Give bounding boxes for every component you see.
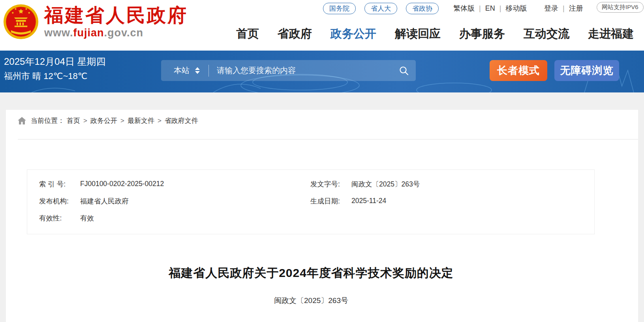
- breadcrumb-government-affairs[interactable]: 政务公开: [90, 116, 117, 125]
- search-button[interactable]: [392, 60, 416, 81]
- quick-links: 国务院 省人大 省政协: [323, 3, 447, 14]
- language-links: 繁体版 | EN | 移动版: [453, 4, 527, 13]
- doc-info-right-column: 发文字号: 闽政文〔2025〕263号 生成日期: 2025-11-24: [310, 175, 594, 234]
- document-number-value: 闽政文〔2025〕263号: [351, 179, 420, 189]
- content-card: 当前位置： 首页 > 政务公开 > 最新文件 > 省政府文件 索 引 号: FJ…: [6, 110, 638, 322]
- current-date: 2025年12月04日 星期四: [4, 55, 105, 68]
- issuing-agency-value: 福建省人民政府: [80, 196, 129, 206]
- breadcrumb-provincial-documents[interactable]: 省政府文件: [165, 116, 198, 125]
- ipv6-support-badge: 网站支持IPV6: [597, 2, 644, 13]
- chevron-up-down-icon: [195, 67, 200, 74]
- issuing-agency-label: 发布机构:: [39, 196, 80, 206]
- nav-into-fujian[interactable]: 走进福建: [588, 26, 634, 42]
- home-icon: [18, 117, 26, 124]
- nav-interpretation-response[interactable]: 解读回应: [395, 26, 441, 42]
- doc-info-row-generation-date: 生成日期: 2025-11-24: [310, 192, 594, 209]
- search-scope-select[interactable]: 本站: [161, 65, 200, 76]
- register-link[interactable]: 注册: [569, 4, 583, 13]
- generation-date-value: 2025-11-24: [351, 197, 386, 205]
- validity-value: 有效: [80, 213, 94, 223]
- doc-info-row-index-number: 索 引 号: FJ00100-0202-2025-00212: [39, 175, 310, 192]
- top-header: 福建省人民政府 www.fujian.gov.cn 国务院 省人大 省政协 繁体…: [0, 0, 644, 51]
- breadcrumb-latest-documents[interactable]: 最新文件: [128, 116, 154, 125]
- english-link[interactable]: EN: [485, 4, 495, 13]
- generation-date-label: 生成日期:: [310, 196, 351, 206]
- china-national-emblem-icon: [3, 4, 39, 40]
- accessibility-button[interactable]: 无障碍浏览: [554, 60, 619, 81]
- index-number-label: 索 引 号:: [39, 179, 80, 189]
- breadcrumb: 当前位置： 首页 > 政务公开 > 最新文件 > 省政府文件: [18, 116, 198, 125]
- main-navigation: 首页 省政府 政务公开 解读回应 办事服务 互动交流 走进福建: [236, 26, 634, 42]
- doc-info-left-column: 索 引 号: FJ00100-0202-2025-00212 发布机构: 福建省…: [27, 175, 310, 234]
- validity-label: 有效性:: [39, 213, 80, 223]
- site-url: www.fujian.gov.cn: [44, 27, 188, 39]
- nav-provincial-government[interactable]: 省政府: [278, 26, 312, 42]
- search-divider: [208, 65, 209, 77]
- search-icon: [399, 66, 409, 76]
- traditional-chinese-link[interactable]: 繁体版: [453, 4, 475, 13]
- search-input[interactable]: [217, 66, 392, 75]
- nav-government-affairs[interactable]: 政务公开: [330, 26, 376, 42]
- search-scope-value: 本站: [174, 65, 190, 76]
- nav-interaction[interactable]: 互动交流: [524, 26, 569, 42]
- quick-link-provincial-congress[interactable]: 省人大: [364, 3, 397, 14]
- breadcrumb-divider: [18, 139, 638, 139]
- site-name: 福建省人民政府: [44, 5, 188, 26]
- doc-info-row-issuing-agency: 发布机构: 福建省人民政府: [39, 192, 310, 209]
- breadcrumb-home[interactable]: 首页: [67, 116, 80, 125]
- doc-info-row-document-number: 发文字号: 闽政文〔2025〕263号: [310, 175, 594, 192]
- weather-info: 福州市 晴 12℃~18℃: [4, 70, 105, 82]
- datetime-weather: 2025年12月04日 星期四 福州市 晴 12℃~18℃: [4, 55, 105, 82]
- login-link[interactable]: 登录: [544, 4, 558, 13]
- doc-info-row-validity: 有效性: 有效: [39, 209, 310, 226]
- article-document-number: 闽政文〔2025〕263号: [6, 296, 616, 306]
- document-number-label: 发文字号:: [310, 179, 351, 189]
- banner-bar: 2025年12月04日 星期四 福州市 晴 12℃~18℃ 本站 长者模式 无障…: [0, 51, 644, 92]
- article-title: 福建省人民政府关于2024年度省科学技术奖励的决定: [6, 265, 616, 281]
- quick-link-provincial-cppcc[interactable]: 省政协: [406, 3, 439, 14]
- elder-mode-button[interactable]: 长者模式: [490, 60, 547, 81]
- search-bar: 本站: [161, 60, 416, 81]
- document-info-box: 索 引 号: FJ00100-0202-2025-00212 发布机构: 福建省…: [27, 169, 595, 234]
- quick-link-state-council[interactable]: 国务院: [323, 3, 356, 14]
- breadcrumb-prefix: 当前位置：: [31, 116, 64, 125]
- account-links: 登录 | 注册: [544, 4, 583, 13]
- index-number-value: FJ00100-0202-2025-00212: [80, 180, 164, 188]
- mobile-version-link[interactable]: 移动版: [505, 4, 527, 13]
- nav-home[interactable]: 首页: [236, 26, 259, 42]
- site-logo[interactable]: 福建省人民政府 www.fujian.gov.cn: [3, 4, 188, 40]
- nav-services[interactable]: 办事服务: [459, 26, 505, 42]
